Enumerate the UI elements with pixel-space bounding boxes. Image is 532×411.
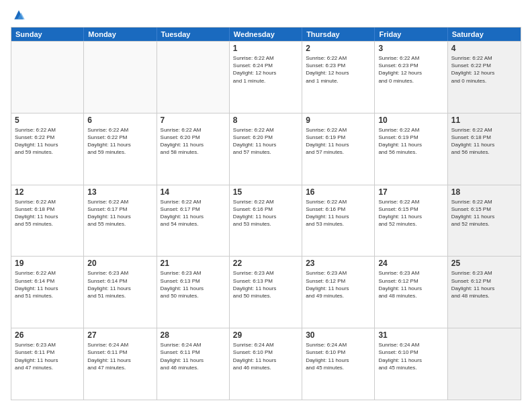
cell-text: Sunrise: 6:23 AMSunset: 6:13 PMDaylight:… (233, 269, 298, 300)
logo-icon (12, 8, 26, 21)
calendar-cell: 10Sunrise: 6:22 AMSunset: 6:19 PMDayligh… (375, 113, 447, 185)
cell-text: Sunrise: 6:24 AMSunset: 6:10 PMDaylight:… (378, 341, 443, 371)
calendar-cell: 18Sunrise: 6:22 AMSunset: 6:15 PMDayligh… (448, 185, 521, 257)
header (11, 11, 521, 21)
day-number: 20 (87, 259, 152, 268)
header-day-friday: Friday (375, 28, 447, 41)
day-number: 2 (306, 44, 371, 53)
cell-text: Sunrise: 6:22 AMSunset: 6:17 PMDaylight:… (161, 198, 226, 228)
calendar-cell: 3Sunrise: 6:22 AMSunset: 6:23 PMDaylight… (375, 42, 447, 113)
calendar-cell: 25Sunrise: 6:23 AMSunset: 6:12 PMDayligh… (448, 257, 521, 328)
cell-text: Sunrise: 6:22 AMSunset: 6:16 PMDaylight:… (233, 198, 298, 228)
day-number: 10 (378, 116, 443, 125)
day-number: 6 (87, 116, 152, 125)
header-day-thursday: Thursday (302, 28, 375, 41)
cell-text: Sunrise: 6:24 AMSunset: 6:10 PMDaylight:… (306, 341, 371, 371)
calendar-row-1: 5Sunrise: 6:22 AMSunset: 6:22 PMDaylight… (11, 113, 521, 185)
calendar-cell: 31Sunrise: 6:24 AMSunset: 6:10 PMDayligh… (375, 328, 447, 400)
calendar: SundayMondayTuesdayWednesdayThursdayFrid… (11, 27, 521, 400)
calendar-cell (448, 328, 521, 400)
day-number: 19 (15, 259, 80, 268)
header-day-saturday: Saturday (448, 28, 521, 41)
calendar-cell: 30Sunrise: 6:24 AMSunset: 6:10 PMDayligh… (302, 328, 375, 400)
day-number: 7 (161, 116, 226, 125)
calendar-cell (84, 42, 157, 113)
calendar-cell: 12Sunrise: 6:22 AMSunset: 6:18 PMDayligh… (11, 185, 84, 257)
cell-text: Sunrise: 6:23 AMSunset: 6:13 PMDaylight:… (161, 269, 226, 300)
calendar-cell: 24Sunrise: 6:23 AMSunset: 6:12 PMDayligh… (375, 257, 447, 328)
calendar-row-0: 1Sunrise: 6:22 AMSunset: 6:24 PMDaylight… (11, 41, 521, 113)
day-number: 26 (15, 330, 80, 340)
cell-text: Sunrise: 6:24 AMSunset: 6:11 PMDaylight:… (87, 341, 152, 371)
cell-text: Sunrise: 6:22 AMSunset: 6:15 PMDaylight:… (378, 198, 443, 228)
cell-text: Sunrise: 6:22 AMSunset: 6:24 PMDaylight:… (233, 54, 298, 85)
logo (11, 11, 26, 21)
calendar-cell: 7Sunrise: 6:22 AMSunset: 6:20 PMDaylight… (157, 113, 230, 185)
calendar-cell: 15Sunrise: 6:22 AMSunset: 6:16 PMDayligh… (230, 185, 302, 257)
cell-text: Sunrise: 6:22 AMSunset: 6:23 PMDaylight:… (378, 54, 443, 85)
page: SundayMondayTuesdayWednesdayThursdayFrid… (0, 0, 532, 411)
calendar-row-4: 26Sunrise: 6:23 AMSunset: 6:11 PMDayligh… (11, 328, 521, 400)
calendar-cell: 16Sunrise: 6:22 AMSunset: 6:16 PMDayligh… (302, 185, 375, 257)
day-number: 18 (451, 187, 517, 197)
day-number: 13 (87, 187, 152, 197)
cell-text: Sunrise: 6:22 AMSunset: 6:22 PMDaylight:… (451, 54, 517, 85)
calendar-cell: 23Sunrise: 6:23 AMSunset: 6:12 PMDayligh… (302, 257, 375, 328)
day-number: 4 (451, 44, 517, 53)
cell-text: Sunrise: 6:23 AMSunset: 6:12 PMDaylight:… (306, 269, 371, 300)
calendar-cell: 26Sunrise: 6:23 AMSunset: 6:11 PMDayligh… (11, 328, 84, 400)
calendar-cell: 27Sunrise: 6:24 AMSunset: 6:11 PMDayligh… (84, 328, 157, 400)
day-number: 23 (306, 259, 371, 268)
day-number: 28 (161, 330, 226, 340)
cell-text: Sunrise: 6:23 AMSunset: 6:11 PMDaylight:… (15, 341, 80, 371)
calendar-cell: 1Sunrise: 6:22 AMSunset: 6:24 PMDaylight… (230, 42, 302, 113)
cell-text: Sunrise: 6:22 AMSunset: 6:20 PMDaylight:… (233, 126, 298, 156)
cell-text: Sunrise: 6:23 AMSunset: 6:14 PMDaylight:… (87, 269, 152, 300)
cell-text: Sunrise: 6:22 AMSunset: 6:18 PMDaylight:… (451, 126, 517, 156)
day-number: 11 (451, 116, 517, 125)
cell-text: Sunrise: 6:22 AMSunset: 6:19 PMDaylight:… (378, 126, 443, 156)
cell-text: Sunrise: 6:23 AMSunset: 6:12 PMDaylight:… (378, 269, 443, 300)
calendar-cell: 8Sunrise: 6:22 AMSunset: 6:20 PMDaylight… (230, 113, 302, 185)
calendar-cell: 28Sunrise: 6:24 AMSunset: 6:11 PMDayligh… (157, 328, 230, 400)
calendar-cell: 4Sunrise: 6:22 AMSunset: 6:22 PMDaylight… (448, 42, 521, 113)
day-number: 30 (306, 330, 371, 340)
calendar-body: 1Sunrise: 6:22 AMSunset: 6:24 PMDaylight… (11, 41, 521, 400)
calendar-cell: 9Sunrise: 6:22 AMSunset: 6:19 PMDaylight… (302, 113, 375, 185)
header-day-tuesday: Tuesday (157, 28, 230, 41)
day-number: 8 (233, 116, 298, 125)
calendar-cell: 5Sunrise: 6:22 AMSunset: 6:22 PMDaylight… (11, 113, 84, 185)
cell-text: Sunrise: 6:22 AMSunset: 6:14 PMDaylight:… (15, 269, 80, 300)
day-number: 3 (378, 44, 443, 53)
day-number: 9 (306, 116, 371, 125)
calendar-row-3: 19Sunrise: 6:22 AMSunset: 6:14 PMDayligh… (11, 256, 521, 328)
day-number: 27 (87, 330, 152, 340)
cell-text: Sunrise: 6:24 AMSunset: 6:11 PMDaylight:… (161, 341, 226, 371)
cell-text: Sunrise: 6:22 AMSunset: 6:23 PMDaylight:… (306, 54, 371, 85)
cell-text: Sunrise: 6:24 AMSunset: 6:10 PMDaylight:… (233, 341, 298, 371)
cell-text: Sunrise: 6:22 AMSunset: 6:19 PMDaylight:… (306, 126, 371, 156)
day-number: 1 (233, 44, 298, 53)
calendar-cell (157, 42, 230, 113)
header-day-sunday: Sunday (11, 28, 84, 41)
calendar-cell: 17Sunrise: 6:22 AMSunset: 6:15 PMDayligh… (375, 185, 447, 257)
header-day-wednesday: Wednesday (230, 28, 302, 41)
day-number: 25 (451, 259, 517, 268)
calendar-cell: 22Sunrise: 6:23 AMSunset: 6:13 PMDayligh… (230, 257, 302, 328)
calendar-cell: 21Sunrise: 6:23 AMSunset: 6:13 PMDayligh… (157, 257, 230, 328)
calendar-cell: 2Sunrise: 6:22 AMSunset: 6:23 PMDaylight… (302, 42, 375, 113)
calendar-cell (11, 42, 84, 113)
cell-text: Sunrise: 6:23 AMSunset: 6:12 PMDaylight:… (451, 269, 517, 300)
calendar-cell: 6Sunrise: 6:22 AMSunset: 6:22 PMDaylight… (84, 113, 157, 185)
cell-text: Sunrise: 6:22 AMSunset: 6:18 PMDaylight:… (15, 198, 80, 228)
calendar-cell: 19Sunrise: 6:22 AMSunset: 6:14 PMDayligh… (11, 257, 84, 328)
day-number: 16 (306, 187, 371, 197)
calendar-cell: 13Sunrise: 6:22 AMSunset: 6:17 PMDayligh… (84, 185, 157, 257)
day-number: 29 (233, 330, 298, 340)
day-number: 31 (378, 330, 443, 340)
cell-text: Sunrise: 6:22 AMSunset: 6:16 PMDaylight:… (306, 198, 371, 228)
calendar-cell: 14Sunrise: 6:22 AMSunset: 6:17 PMDayligh… (157, 185, 230, 257)
day-number: 22 (233, 259, 298, 268)
day-number: 5 (15, 116, 80, 125)
calendar-cell: 20Sunrise: 6:23 AMSunset: 6:14 PMDayligh… (84, 257, 157, 328)
